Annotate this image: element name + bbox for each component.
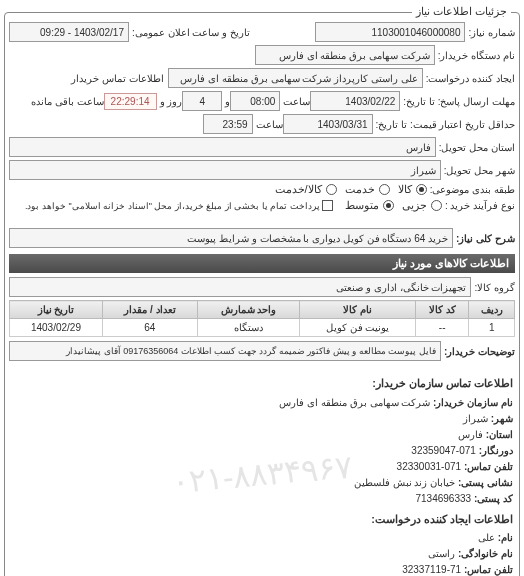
days-field: 4 bbox=[182, 91, 222, 111]
creator-phone: 71-32337119 bbox=[402, 564, 461, 575]
contact-block: ۰۲۱-۸۸۳۴۹۶۷ اطلاعات تماس سازمان خریدار: … bbox=[9, 367, 515, 576]
contact-city: شیراز bbox=[463, 413, 488, 424]
table-row: 1 -- یونیت فن کویل دستگاه 64 1403/02/29 bbox=[10, 319, 515, 337]
lname-label: نام خانوادگی: bbox=[458, 548, 513, 559]
buy-type-medium-text: متوسط bbox=[345, 199, 379, 212]
req-creator-field: علی راستی کارپرداز شرکت سهامی برق منطقه … bbox=[168, 68, 423, 88]
days-label: روز و bbox=[160, 96, 183, 107]
valid-until-label: حداقل تاریخ اعتبار قیمت: تا تاریخ: bbox=[376, 119, 515, 130]
buy-note: پرداخت تمام یا بخشی از مبلغ خرید،از محل … bbox=[25, 201, 320, 211]
details-panel: جزئیات اطلاعات نیاز شماره نیاز: 11030010… bbox=[4, 12, 520, 576]
buyer-name-field: شرکت سهامی برق منطقه ای فارس bbox=[255, 45, 435, 65]
th-row: ردیف bbox=[469, 301, 515, 319]
and-label: و bbox=[225, 96, 230, 107]
td-qty: 64 bbox=[102, 319, 197, 337]
time-label-1: ساعت bbox=[283, 96, 310, 107]
phone-label: تلفن تماس: bbox=[464, 461, 513, 472]
th-unit: واحد شمارش bbox=[197, 301, 299, 319]
deadline-time-field: 08:00 bbox=[230, 91, 280, 111]
contact-province-label: استان: bbox=[486, 429, 513, 440]
province-label: استان محل تحویل: bbox=[439, 142, 515, 153]
creator-phone-label: تلفن تماس: bbox=[464, 564, 513, 575]
buy-type-partial-text: جزیی bbox=[402, 199, 427, 212]
lname: راستی bbox=[428, 548, 455, 559]
treasury-checkbox[interactable] bbox=[322, 200, 333, 211]
contact-city-label: شهر: bbox=[491, 413, 513, 424]
buyer-contact-link[interactable]: اطلاعات تماس خریدار bbox=[71, 73, 164, 84]
pub-datetime-label: تاریخ و ساعت اعلان عمومی: bbox=[132, 27, 250, 38]
fname-label: نام: bbox=[498, 532, 513, 543]
goods-table: ردیف کد کالا نام کالا واحد شمارش تعداد /… bbox=[9, 300, 515, 337]
phone: 071-32330031 bbox=[397, 461, 462, 472]
buy-type-partial-radio[interactable]: جزیی bbox=[402, 199, 442, 212]
deadline-label: مهلت ارسال پاسخ: تا تاریخ: bbox=[403, 96, 515, 107]
radio-icon bbox=[326, 184, 337, 195]
valid-until-time-field: 23:59 bbox=[203, 114, 253, 134]
postal-addr: خیابان زند نبش فلسطین bbox=[354, 477, 455, 488]
valid-until-date-field: 1403/03/31 bbox=[283, 114, 373, 134]
need-no-field: 1103001046000080 bbox=[315, 22, 465, 42]
td-code: -- bbox=[415, 319, 469, 337]
remaining-time: 22:29:14 bbox=[104, 93, 157, 110]
radio-icon bbox=[383, 200, 394, 211]
nature-label: طبقه بندی موضوعی: bbox=[430, 184, 515, 195]
panel-legend: جزئیات اطلاعات نیاز bbox=[412, 5, 511, 18]
contact-org-label: نام سازمان خریدار: bbox=[433, 397, 513, 408]
td-row: 1 bbox=[469, 319, 515, 337]
province-field: فارس bbox=[9, 137, 436, 157]
desc-label: شرح کلی نیاز: bbox=[456, 233, 515, 244]
fax-label: دورنگار: bbox=[479, 445, 513, 456]
buy-type-label: نوع فرآیند خرید : bbox=[445, 200, 515, 211]
contact-province: فارس bbox=[458, 429, 483, 440]
nature-goods-radio[interactable]: کالا bbox=[398, 183, 427, 196]
contact-org: شرکت سهامی برق منطقه ای فارس bbox=[279, 397, 430, 408]
postal-code-label: کد پستی: bbox=[474, 493, 513, 504]
radio-icon bbox=[379, 184, 390, 195]
pub-datetime-field: 1403/02/17 - 09:29 bbox=[9, 22, 129, 42]
fname: علی bbox=[478, 532, 495, 543]
contact-header: اطلاعات تماس سازمان خریدار: bbox=[11, 375, 513, 393]
deadline-date-field: 1403/02/22 bbox=[310, 91, 400, 111]
desc-field: خرید 64 دستگاه فن کویل دیواری با مشخصات … bbox=[9, 228, 453, 248]
nature-goods-text: کالا bbox=[398, 183, 412, 196]
nature-both-text: کالا/خدمت bbox=[275, 183, 322, 196]
postal-addr-label: نشانی پستی: bbox=[458, 477, 513, 488]
radio-icon bbox=[431, 200, 442, 211]
group-field: تجهیزات خانگی، اداری و صنعتی bbox=[9, 277, 471, 297]
th-name: نام کالا bbox=[300, 301, 416, 319]
nature-service-text: خدمت bbox=[345, 183, 375, 196]
city-label: شهر محل تحویل: bbox=[444, 165, 515, 176]
buyer-notes-field: فایل پیوست مطالعه و پیش فاکتور ضمیمه گرد… bbox=[9, 341, 441, 361]
fax: 071-32359047 bbox=[411, 445, 476, 456]
table-header-row: ردیف کد کالا نام کالا واحد شمارش تعداد /… bbox=[10, 301, 515, 319]
goods-section-header: اطلاعات کالاهای مورد نیاز bbox=[9, 254, 515, 273]
need-no-label: شماره نیاز: bbox=[468, 27, 515, 38]
buyer-notes-label: توضیحات خریدار: bbox=[444, 346, 515, 357]
nature-both-radio[interactable]: کالا/خدمت bbox=[275, 183, 337, 196]
radio-icon bbox=[416, 184, 427, 195]
th-code: کد کالا bbox=[415, 301, 469, 319]
th-date: تاریخ نیاز bbox=[10, 301, 103, 319]
buy-type-medium-radio[interactable]: متوسط bbox=[345, 199, 394, 212]
td-date: 1403/02/29 bbox=[10, 319, 103, 337]
buyer-name-label: نام دستگاه خریدار: bbox=[438, 50, 515, 61]
th-qty: تعداد / مقدار bbox=[102, 301, 197, 319]
time-label-2: ساعت bbox=[256, 119, 283, 130]
remaining-label: ساعت باقی مانده bbox=[31, 96, 104, 107]
postal-code: 7134696333 bbox=[415, 493, 471, 504]
city-field: شیراز bbox=[9, 160, 441, 180]
nature-service-radio[interactable]: خدمت bbox=[345, 183, 390, 196]
creator-header: اطلاعات ایجاد کننده درخواست: bbox=[11, 511, 513, 529]
req-creator-label: ایجاد کننده درخواست: bbox=[426, 73, 515, 84]
td-name: یونیت فن کویل bbox=[300, 319, 416, 337]
group-label: گروه کالا: bbox=[474, 282, 515, 293]
td-unit: دستگاه bbox=[197, 319, 299, 337]
